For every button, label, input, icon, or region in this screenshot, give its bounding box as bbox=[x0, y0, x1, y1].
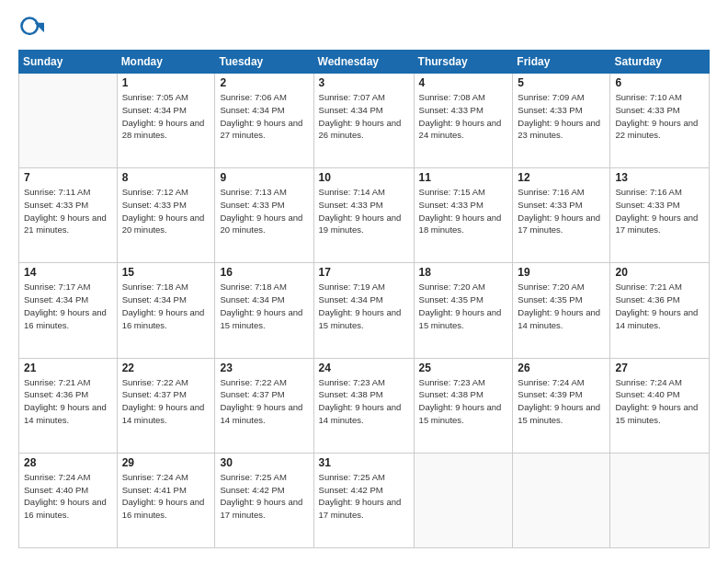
day-info: Sunrise: 7:08 AMSunset: 4:33 PMDaylight:… bbox=[419, 91, 508, 142]
day-cell bbox=[513, 453, 610, 547]
day-cell: 6Sunrise: 7:10 AMSunset: 4:33 PMDaylight… bbox=[610, 74, 710, 168]
day-info: Sunrise: 7:25 AMSunset: 4:42 PMDaylight:… bbox=[319, 471, 409, 522]
day-cell: 19Sunrise: 7:20 AMSunset: 4:35 PMDayligh… bbox=[513, 263, 610, 358]
day-cell: 5Sunrise: 7:09 AMSunset: 4:33 PMDaylight… bbox=[513, 74, 610, 168]
day-number: 11 bbox=[419, 171, 508, 184]
day-cell: 7Sunrise: 7:11 AMSunset: 4:33 PMDaylight… bbox=[19, 168, 118, 263]
day-cell: 18Sunrise: 7:20 AMSunset: 4:35 PMDayligh… bbox=[414, 263, 513, 358]
day-cell bbox=[19, 74, 118, 168]
day-cell: 3Sunrise: 7:07 AMSunset: 4:34 PMDaylight… bbox=[313, 74, 414, 168]
day-cell: 9Sunrise: 7:13 AMSunset: 4:33 PMDaylight… bbox=[215, 168, 313, 263]
day-info: Sunrise: 7:23 AMSunset: 4:38 PMDaylight:… bbox=[319, 376, 409, 427]
day-number: 26 bbox=[518, 362, 605, 374]
day-info: Sunrise: 7:20 AMSunset: 4:35 PMDaylight:… bbox=[518, 281, 605, 331]
day-info: Sunrise: 7:22 AMSunset: 4:37 PMDaylight:… bbox=[122, 376, 210, 427]
day-cell: 31Sunrise: 7:25 AMSunset: 4:42 PMDayligh… bbox=[313, 453, 414, 547]
day-info: Sunrise: 7:19 AMSunset: 4:34 PMDaylight:… bbox=[319, 281, 409, 331]
day-cell: 8Sunrise: 7:12 AMSunset: 4:33 PMDaylight… bbox=[117, 168, 215, 263]
day-number: 2 bbox=[220, 76, 308, 89]
weekday-header-wednesday: Wednesday bbox=[313, 51, 414, 74]
day-number: 30 bbox=[220, 456, 308, 469]
weekday-header-sunday: Sunday bbox=[19, 51, 118, 74]
day-cell: 12Sunrise: 7:16 AMSunset: 4:33 PMDayligh… bbox=[513, 168, 610, 263]
week-row-0: 1Sunrise: 7:05 AMSunset: 4:34 PMDaylight… bbox=[19, 74, 710, 168]
day-number: 4 bbox=[419, 76, 508, 89]
day-cell: 10Sunrise: 7:14 AMSunset: 4:33 PMDayligh… bbox=[313, 168, 414, 263]
weekday-header-saturday: Saturday bbox=[610, 51, 710, 74]
day-cell: 20Sunrise: 7:21 AMSunset: 4:36 PMDayligh… bbox=[610, 263, 710, 358]
day-number: 29 bbox=[122, 456, 210, 469]
day-info: Sunrise: 7:05 AMSunset: 4:34 PMDaylight:… bbox=[122, 91, 210, 142]
day-info: Sunrise: 7:18 AMSunset: 4:34 PMDaylight:… bbox=[122, 281, 210, 331]
day-cell: 30Sunrise: 7:25 AMSunset: 4:42 PMDayligh… bbox=[215, 453, 313, 547]
day-cell: 13Sunrise: 7:16 AMSunset: 4:33 PMDayligh… bbox=[610, 168, 710, 263]
weekday-header-tuesday: Tuesday bbox=[215, 51, 313, 74]
day-number: 3 bbox=[319, 76, 409, 89]
day-info: Sunrise: 7:12 AMSunset: 4:33 PMDaylight:… bbox=[122, 186, 210, 236]
day-number: 9 bbox=[220, 171, 308, 184]
day-info: Sunrise: 7:18 AMSunset: 4:34 PMDaylight:… bbox=[220, 281, 308, 331]
day-cell: 14Sunrise: 7:17 AMSunset: 4:34 PMDayligh… bbox=[19, 263, 118, 358]
day-info: Sunrise: 7:16 AMSunset: 4:33 PMDaylight:… bbox=[518, 186, 605, 236]
day-info: Sunrise: 7:24 AMSunset: 4:41 PMDaylight:… bbox=[122, 471, 210, 522]
day-cell: 16Sunrise: 7:18 AMSunset: 4:34 PMDayligh… bbox=[215, 263, 313, 358]
day-number: 20 bbox=[615, 266, 704, 279]
day-number: 15 bbox=[122, 266, 210, 279]
day-number: 14 bbox=[24, 266, 112, 279]
header bbox=[18, 15, 710, 40]
day-cell: 1Sunrise: 7:05 AMSunset: 4:34 PMDaylight… bbox=[117, 74, 215, 168]
logo bbox=[18, 15, 48, 40]
day-number: 28 bbox=[24, 456, 112, 469]
day-number: 22 bbox=[122, 362, 210, 374]
day-number: 5 bbox=[518, 76, 605, 89]
day-number: 18 bbox=[419, 266, 508, 279]
day-number: 1 bbox=[122, 76, 210, 89]
day-info: Sunrise: 7:06 AMSunset: 4:34 PMDaylight:… bbox=[220, 91, 308, 142]
week-row-2: 14Sunrise: 7:17 AMSunset: 4:34 PMDayligh… bbox=[19, 263, 710, 358]
day-number: 17 bbox=[319, 266, 409, 279]
week-row-3: 21Sunrise: 7:21 AMSunset: 4:36 PMDayligh… bbox=[19, 358, 710, 453]
day-cell bbox=[414, 453, 513, 547]
day-cell: 22Sunrise: 7:22 AMSunset: 4:37 PMDayligh… bbox=[117, 358, 215, 453]
day-info: Sunrise: 7:13 AMSunset: 4:33 PMDaylight:… bbox=[220, 186, 308, 236]
day-number: 7 bbox=[24, 171, 112, 184]
day-number: 19 bbox=[518, 266, 605, 279]
week-row-4: 28Sunrise: 7:24 AMSunset: 4:40 PMDayligh… bbox=[19, 453, 710, 547]
weekday-header-friday: Friday bbox=[513, 51, 610, 74]
day-cell: 24Sunrise: 7:23 AMSunset: 4:38 PMDayligh… bbox=[313, 358, 414, 453]
logo-icon bbox=[18, 15, 44, 40]
calendar-table: SundayMondayTuesdayWednesdayThursdayFrid… bbox=[18, 50, 710, 548]
day-info: Sunrise: 7:10 AMSunset: 4:33 PMDaylight:… bbox=[615, 91, 704, 142]
day-number: 6 bbox=[615, 76, 704, 89]
day-info: Sunrise: 7:24 AMSunset: 4:39 PMDaylight:… bbox=[518, 376, 605, 427]
day-info: Sunrise: 7:24 AMSunset: 4:40 PMDaylight:… bbox=[615, 376, 704, 427]
day-number: 12 bbox=[518, 171, 605, 184]
day-cell: 27Sunrise: 7:24 AMSunset: 4:40 PMDayligh… bbox=[610, 358, 710, 453]
day-number: 27 bbox=[615, 362, 704, 374]
day-info: Sunrise: 7:20 AMSunset: 4:35 PMDaylight:… bbox=[419, 281, 508, 331]
weekday-header-row: SundayMondayTuesdayWednesdayThursdayFrid… bbox=[19, 51, 710, 74]
day-number: 23 bbox=[220, 362, 308, 374]
week-row-1: 7Sunrise: 7:11 AMSunset: 4:33 PMDaylight… bbox=[19, 168, 710, 263]
day-cell: 29Sunrise: 7:24 AMSunset: 4:41 PMDayligh… bbox=[117, 453, 215, 547]
day-info: Sunrise: 7:25 AMSunset: 4:42 PMDaylight:… bbox=[220, 471, 308, 522]
day-number: 16 bbox=[220, 266, 308, 279]
day-info: Sunrise: 7:21 AMSunset: 4:36 PMDaylight:… bbox=[615, 281, 704, 331]
day-number: 8 bbox=[122, 171, 210, 184]
day-number: 24 bbox=[319, 362, 409, 374]
day-info: Sunrise: 7:11 AMSunset: 4:33 PMDaylight:… bbox=[24, 186, 112, 236]
day-cell: 11Sunrise: 7:15 AMSunset: 4:33 PMDayligh… bbox=[414, 168, 513, 263]
svg-point-0 bbox=[22, 18, 39, 35]
day-info: Sunrise: 7:17 AMSunset: 4:34 PMDaylight:… bbox=[24, 281, 112, 331]
day-number: 21 bbox=[24, 362, 112, 374]
day-cell: 23Sunrise: 7:22 AMSunset: 4:37 PMDayligh… bbox=[215, 358, 313, 453]
day-cell: 28Sunrise: 7:24 AMSunset: 4:40 PMDayligh… bbox=[19, 453, 118, 547]
day-info: Sunrise: 7:09 AMSunset: 4:33 PMDaylight:… bbox=[518, 91, 605, 142]
day-info: Sunrise: 7:24 AMSunset: 4:40 PMDaylight:… bbox=[24, 471, 112, 522]
day-cell: 17Sunrise: 7:19 AMSunset: 4:34 PMDayligh… bbox=[313, 263, 414, 358]
day-info: Sunrise: 7:14 AMSunset: 4:33 PMDaylight:… bbox=[319, 186, 409, 236]
day-cell bbox=[610, 453, 710, 547]
day-cell: 15Sunrise: 7:18 AMSunset: 4:34 PMDayligh… bbox=[117, 263, 215, 358]
day-info: Sunrise: 7:07 AMSunset: 4:34 PMDaylight:… bbox=[319, 91, 409, 142]
day-number: 31 bbox=[319, 456, 409, 469]
